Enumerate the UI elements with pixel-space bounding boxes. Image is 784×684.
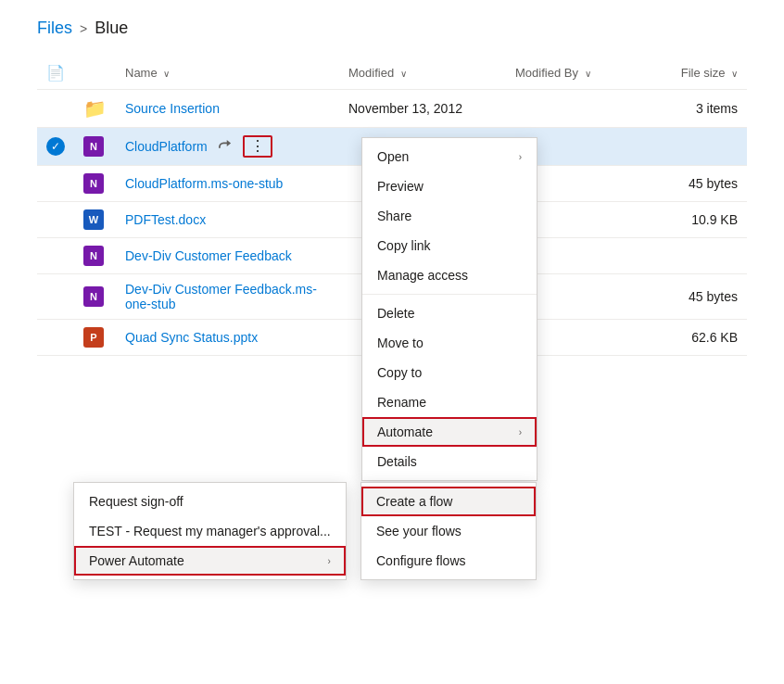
file-name[interactable]: Dev-Div Customer Feedback.ms-one-stub bbox=[125, 282, 317, 311]
menu-label: Rename bbox=[377, 395, 426, 410]
row-file-icon: P bbox=[74, 320, 116, 356]
menu-label: Share bbox=[377, 209, 411, 223]
row-checkbox[interactable] bbox=[37, 90, 74, 128]
file-name[interactable]: Dev-Div Customer Feedback bbox=[125, 248, 292, 263]
row-filesize: 10.9 KB bbox=[654, 202, 747, 238]
menu-label: Delete bbox=[377, 306, 414, 321]
file-name[interactable]: Source Insertion bbox=[125, 101, 220, 116]
row-filesize: 45 bytes bbox=[654, 166, 747, 202]
row-file-icon: N bbox=[74, 238, 116, 274]
context-menu-item-copy_to[interactable]: Copy to bbox=[362, 358, 537, 387]
file-name[interactable]: Quad Sync Status.pptx bbox=[125, 330, 258, 345]
automate-submenu-item-configure-flows[interactable]: Configure flows bbox=[361, 546, 536, 576]
row-name-cell: Dev-Div Customer Feedback bbox=[116, 238, 339, 274]
th-modified-by[interactable]: Modified By ∨ bbox=[506, 57, 654, 90]
context-menu-item-preview[interactable]: Preview bbox=[362, 171, 537, 201]
row-name-cell: Dev-Div Customer Feedback.ms-one-stub bbox=[116, 274, 339, 320]
table-header-row: 📄 Name ∨ Modified ∨ Modified By ∨ File s… bbox=[37, 57, 747, 90]
sub-menu-item-test-request[interactable]: TEST - Request my manager's approval... bbox=[74, 516, 346, 546]
context-menu-item-delete[interactable]: Delete bbox=[362, 298, 537, 328]
row-file-icon: N bbox=[74, 166, 116, 202]
row-checkbox[interactable] bbox=[37, 166, 74, 202]
automate-menu-label: See your flows bbox=[376, 524, 462, 538]
automate-submenu-item-create-flow[interactable]: Create a flow bbox=[361, 487, 536, 516]
filesize-sort-icon: ∨ bbox=[731, 69, 738, 79]
submenu-arrow: › bbox=[519, 152, 522, 162]
context-menu-item-details[interactable]: Details bbox=[362, 447, 537, 476]
th-modified[interactable]: Modified ∨ bbox=[339, 57, 506, 90]
row-name-cell: PDFTest.docx bbox=[116, 202, 339, 238]
row-actions: CloudPlatform ⋮ bbox=[125, 135, 330, 158]
th-checkbox: 📄 bbox=[37, 57, 74, 90]
row-checkbox[interactable]: ✓ bbox=[37, 128, 74, 166]
row-modified-by bbox=[506, 90, 654, 128]
context-menu-item-manage_access[interactable]: Manage access bbox=[362, 260, 537, 290]
row-filesize bbox=[654, 238, 747, 274]
sub-menu-label: Request sign-off bbox=[89, 494, 183, 509]
automate-menu-label: Configure flows bbox=[376, 553, 466, 568]
context-menu-item-rename[interactable]: Rename bbox=[362, 387, 537, 417]
file-name[interactable]: PDFTest.docx bbox=[125, 212, 206, 227]
row-checkbox[interactable] bbox=[37, 274, 74, 320]
context-menu-item-open[interactable]: Open› bbox=[362, 142, 537, 171]
row-file-icon: 📁 bbox=[74, 90, 116, 128]
file-icon: 📄 bbox=[46, 65, 65, 81]
row-name-cell: CloudPlatform ⋮ bbox=[116, 128, 339, 166]
submenu-arrow: › bbox=[519, 427, 522, 437]
file-name[interactable]: CloudPlatform bbox=[125, 139, 208, 154]
menu-label: Preview bbox=[377, 179, 424, 194]
row-checkbox[interactable] bbox=[37, 238, 74, 274]
modified-sort-icon: ∨ bbox=[400, 69, 407, 79]
breadcrumb-separator: > bbox=[80, 21, 87, 36]
row-file-icon: N bbox=[74, 274, 116, 320]
automate-menu-label: Create a flow bbox=[376, 494, 452, 509]
row-checkbox[interactable] bbox=[37, 202, 74, 238]
automate-submenu-item-see-flows[interactable]: See your flows bbox=[361, 516, 536, 546]
share-icon[interactable] bbox=[215, 137, 235, 157]
row-checkbox[interactable] bbox=[37, 320, 74, 356]
row-name-cell: Quad Sync Status.pptx bbox=[116, 320, 339, 356]
name-sort-icon: ∨ bbox=[163, 69, 170, 79]
sub-menu-item-request-signoff[interactable]: Request sign-off bbox=[74, 487, 346, 516]
sub-menu-item-power-automate[interactable]: Power Automate› bbox=[74, 546, 346, 576]
row-name-cell: CloudPlatform.ms-one-stub bbox=[116, 166, 339, 202]
table-row: 📁Source InsertionNovember 13, 20123 item… bbox=[37, 90, 747, 128]
check-circle: ✓ bbox=[46, 137, 65, 156]
context-menu-item-share[interactable]: Share bbox=[362, 201, 537, 231]
row-filesize: 3 items bbox=[654, 90, 747, 128]
menu-label: Automate bbox=[377, 424, 433, 439]
row-file-icon: W bbox=[74, 202, 116, 238]
row-file-icon: N bbox=[74, 128, 116, 166]
menu-label: Manage access bbox=[377, 268, 468, 283]
th-filesize[interactable]: File size ∨ bbox=[654, 57, 747, 90]
sub-menu-label: TEST - Request my manager's approval... bbox=[89, 524, 331, 538]
breadcrumb-current: Blue bbox=[95, 19, 128, 38]
row-name-cell: Source Insertion bbox=[116, 90, 339, 128]
th-icon bbox=[74, 57, 116, 90]
file-name[interactable]: CloudPlatform.ms-one-stub bbox=[125, 176, 283, 191]
sub-menu: Request sign-offTEST - Request my manage… bbox=[73, 482, 347, 580]
context-menu-item-move_to[interactable]: Move to bbox=[362, 328, 537, 358]
row-filesize: 45 bytes bbox=[654, 274, 747, 320]
menu-label: Details bbox=[377, 454, 417, 469]
sub-menu-label: Power Automate bbox=[89, 553, 184, 568]
menu-label: Open bbox=[377, 149, 409, 164]
breadcrumb: Files > Blue bbox=[37, 19, 747, 38]
submenu-arrow-sub: › bbox=[327, 556, 330, 566]
modified-by-sort-icon: ∨ bbox=[585, 69, 591, 79]
context-menu: Open›PreviewShareCopy linkManage accessD… bbox=[361, 137, 537, 481]
context-menu-item-copy_link[interactable]: Copy link bbox=[362, 231, 537, 260]
row-filesize bbox=[654, 128, 747, 166]
page-container: Files > Blue 📄 Name ∨ Modified ∨ Modi bbox=[0, 0, 784, 684]
row-filesize: 62.6 KB bbox=[654, 320, 747, 356]
menu-label: Copy link bbox=[377, 238, 431, 253]
row-modified: November 13, 2012 bbox=[339, 90, 506, 128]
breadcrumb-root[interactable]: Files bbox=[37, 19, 72, 38]
context-menu-item-automate[interactable]: Automate› bbox=[362, 417, 537, 447]
th-name[interactable]: Name ∨ bbox=[116, 57, 339, 90]
menu-label: Copy to bbox=[377, 365, 422, 380]
menu-label: Move to bbox=[377, 336, 424, 350]
automate-submenu: Create a flowSee your flowsConfigure flo… bbox=[360, 482, 537, 580]
more-actions-button[interactable]: ⋮ bbox=[243, 135, 272, 158]
